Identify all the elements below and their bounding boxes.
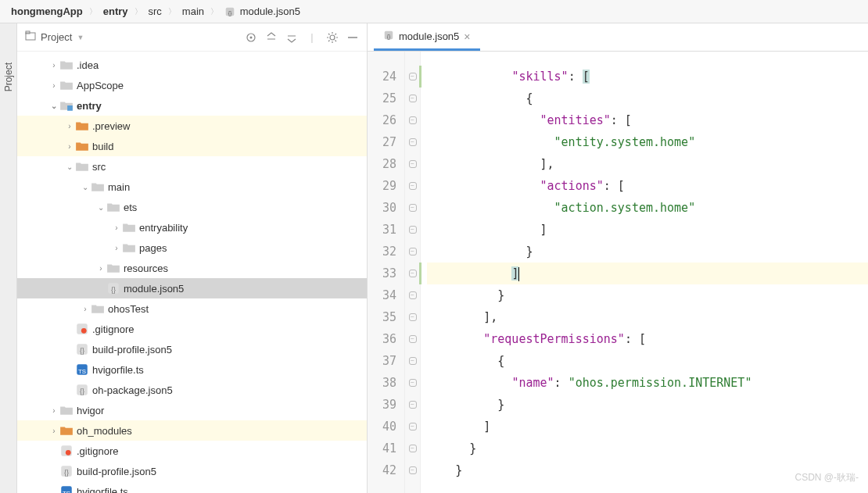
line-number: 40: [368, 416, 396, 438]
tree-item-ets[interactable]: ⌄ets: [17, 197, 367, 217]
chevron-right-icon[interactable]: ›: [48, 406, 59, 415]
fold-marker[interactable]: −: [405, 416, 420, 438]
chevron-right-icon: ·: [95, 284, 106, 293]
chevron-down-icon[interactable]: ⌄: [95, 203, 106, 212]
editor-body[interactable]: 24252627282930313233343536373839404142 −…: [368, 52, 868, 493]
chevron-right-icon[interactable]: ›: [95, 264, 106, 273]
tree-item-main[interactable]: ⌄main: [17, 177, 367, 197]
fold-marker[interactable]: −: [405, 109, 420, 131]
fold-marker[interactable]: −: [405, 328, 420, 350]
expand-all-icon[interactable]: [265, 31, 278, 44]
fold-marker[interactable]: −: [405, 88, 420, 109]
chevron-right-icon: 〉: [89, 6, 97, 17]
line-number: 24: [368, 66, 396, 88]
fold-marker[interactable]: −: [405, 219, 420, 241]
panel-title[interactable]: Project ▼: [25, 30, 239, 44]
tree-item-pages[interactable]: ›pages: [17, 238, 367, 258]
tree-item-oh-modules[interactable]: ›oh_modules: [17, 420, 367, 441]
chevron-down-icon[interactable]: ⌄: [80, 183, 91, 191]
fold-marker[interactable]: −: [405, 459, 420, 481]
fold-marker[interactable]: −: [405, 284, 420, 306]
chevron-right-icon[interactable]: ›: [80, 305, 91, 313]
tree-item-build[interactable]: ›build: [17, 136, 367, 156]
tree-item--gitignore[interactable]: ·.gitignore: [17, 319, 367, 339]
tree-item-module-json5[interactable]: ·{}module.json5: [17, 278, 367, 298]
tab-module-json5[interactable]: {} module.json5 ×: [374, 24, 480, 51]
tree-item-ohostest[interactable]: ›ohosTest: [17, 298, 367, 319]
breadcrumb: hongmengApp 〉 entry 〉 src 〉 main 〉 {} mo…: [0, 0, 868, 23]
tree-item--idea[interactable]: ›.idea: [17, 55, 367, 75]
crumb-0[interactable]: hongmengApp: [8, 4, 86, 19]
select-opened-file-icon[interactable]: [245, 31, 257, 44]
tree-item-hvigor[interactable]: ›hvigor: [17, 400, 367, 420]
fold-marker[interactable]: −: [405, 394, 420, 416]
tree-item-label: build: [92, 141, 113, 152]
chevron-right-icon: ·: [48, 488, 59, 494]
crumb-1[interactable]: entry: [100, 4, 131, 19]
tree-item-hvigorfile-ts[interactable]: ·TShvigorfile.ts: [17, 481, 367, 493]
fold-marker[interactable]: −: [405, 153, 420, 175]
tree-item-label: oh-package.json5: [92, 384, 173, 396]
hide-icon[interactable]: [346, 31, 359, 44]
fold-marker[interactable]: −: [405, 175, 420, 197]
fold-marker[interactable]: −: [405, 438, 420, 459]
fold-marker[interactable]: −: [405, 66, 420, 88]
tree-item-entry[interactable]: ⌄entry: [17, 95, 367, 116]
tree-item-label: .gitignore: [92, 323, 134, 335]
code-content[interactable]: "skills": [ { "entities": [ "entity.syst…: [421, 52, 868, 493]
svg-text:TS: TS: [63, 490, 70, 494]
line-number: 25: [368, 88, 396, 109]
fold-marker[interactable]: −: [405, 241, 420, 263]
fold-marker[interactable]: −: [405, 263, 420, 284]
chevron-right-icon[interactable]: ›: [64, 122, 75, 130]
project-tool-button[interactable]: Project: [3, 63, 14, 91]
chevron-right-icon: 〉: [210, 6, 218, 17]
tree-item-label: ets: [124, 202, 137, 213]
fold-marker[interactable]: −: [405, 197, 420, 219]
editor-area: {} module.json5 × 2425262728293031323334…: [368, 23, 868, 493]
fold-marker[interactable]: −: [405, 306, 420, 328]
json5-icon: {}: [224, 6, 235, 17]
crumb-4[interactable]: {} module.json5: [221, 4, 303, 20]
tree-item--preview[interactable]: ›.preview: [17, 116, 367, 136]
line-number: 30: [368, 197, 396, 219]
fold-marker[interactable]: −: [405, 372, 420, 394]
chevron-right-icon[interactable]: ›: [111, 223, 122, 232]
tree-item-oh-package-json5[interactable]: ·{}oh-package.json5: [17, 380, 367, 400]
line-number: 39: [368, 394, 396, 416]
fold-marker[interactable]: −: [405, 131, 420, 153]
chevron-right-icon: ·: [48, 447, 59, 455]
chevron-right-icon[interactable]: ›: [48, 427, 59, 435]
tree-item-entryability[interactable]: ›entryability: [17, 217, 367, 238]
collapse-all-icon[interactable]: [285, 31, 298, 44]
chevron-down-icon[interactable]: ⌄: [48, 102, 59, 110]
chevron-right-icon[interactable]: ›: [48, 61, 59, 70]
fold-marker[interactable]: −: [405, 350, 420, 372]
project-tree[interactable]: ›.idea›AppScope⌄entry›.preview›build⌄src…: [17, 52, 367, 493]
crumb-2[interactable]: src: [145, 4, 165, 19]
tree-item-resources[interactable]: ›resources: [17, 258, 367, 278]
chevron-down-icon[interactable]: ⌄: [64, 163, 75, 171]
chevron-right-icon[interactable]: ›: [48, 81, 59, 90]
json5-icon: {}: [383, 30, 394, 43]
chevron-right-icon[interactable]: ›: [64, 142, 75, 151]
chevron-right-icon: ·: [64, 345, 75, 354]
tree-item-appscope[interactable]: ›AppScope: [17, 75, 367, 95]
folder-gray-icon: [122, 220, 136, 234]
gear-icon[interactable]: [326, 31, 339, 44]
tree-item-hvigorfile-ts[interactable]: ·TShvigorfile.ts: [17, 359, 367, 380]
tree-item-src[interactable]: ⌄src: [17, 156, 367, 177]
crumb-3[interactable]: main: [179, 4, 207, 19]
tree-item-build-profile-json5[interactable]: ·{}build-profile.json5: [17, 339, 367, 359]
close-icon[interactable]: ×: [464, 30, 470, 43]
line-number: 32: [368, 241, 396, 263]
fold-gutter[interactable]: −−−−−−−−−−−−−−−−−−−: [405, 52, 421, 493]
svg-point-6: [330, 35, 335, 40]
svg-text:TS: TS: [78, 368, 86, 375]
tree-item--gitignore[interactable]: ·.gitignore: [17, 441, 367, 461]
json5-icon: {}: [106, 281, 120, 295]
chevron-right-icon[interactable]: ›: [111, 244, 122, 252]
tree-item-label: src: [92, 161, 106, 173]
tree-item-build-profile-json5[interactable]: ·{}build-profile.json5: [17, 461, 367, 481]
tree-item-label: AppScope: [77, 80, 124, 91]
